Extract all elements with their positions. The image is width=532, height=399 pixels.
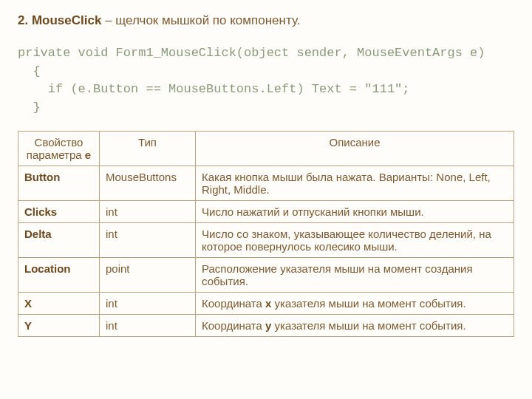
section-heading: 2. MouseClick – щелчок мышкой по компоне… — [18, 13, 514, 28]
code-line: if (e.Button == MouseButtons.Left) Text … — [18, 82, 410, 96]
code-line: } — [18, 100, 41, 115]
table-row: Location point Расположение указателя мы… — [18, 257, 514, 292]
cell-property: Button — [18, 166, 100, 200]
cell-property: Location — [18, 257, 100, 292]
cell-property: Y — [18, 314, 100, 336]
th-em: e — [85, 149, 91, 161]
cell-type: point — [100, 257, 196, 292]
table-header-row: Свойство параметра e Тип Описание — [18, 131, 514, 166]
table-row: Clicks int Число нажатий и отпусканий кн… — [18, 200, 514, 222]
cell-type: int — [100, 314, 196, 336]
heading-desc: – щелчок мышкой по компоненту. — [101, 13, 300, 27]
cell-desc: Расположение указателя мыши на момент со… — [196, 257, 514, 292]
code-line: private void Form1_MouseClick(object sen… — [18, 46, 485, 60]
code-block: private void Form1_MouseClick(object sen… — [18, 44, 514, 117]
table-row: Button MouseButtons Какая кнопка мыши бы… — [18, 166, 514, 200]
cell-type: MouseButtons — [100, 166, 196, 200]
desc-text: указателя мыши на момент события. — [271, 319, 466, 332]
desc-text: Координата — [202, 297, 265, 310]
cell-type: int — [100, 292, 196, 314]
cell-desc: Число со знаком, указывающее количество … — [196, 222, 514, 257]
properties-table: Свойство параметра e Тип Описание Button… — [18, 131, 514, 337]
code-line: { — [18, 64, 41, 78]
cell-property: Delta — [18, 222, 100, 257]
heading-name: MouseClick — [32, 13, 101, 27]
th-text: Свойство — [35, 136, 83, 149]
cell-type: int — [100, 200, 196, 222]
cell-type: int — [100, 222, 196, 257]
cell-property: X — [18, 292, 100, 314]
col-header-type: Тип — [100, 131, 196, 166]
table-row: Delta int Число со знаком, указывающее к… — [18, 222, 514, 257]
table-row: Y int Координата y указателя мыши на мом… — [18, 314, 514, 336]
cell-desc: Какая кнопка мыши была нажата. Варианты:… — [196, 166, 514, 200]
heading-number: 2. — [18, 13, 28, 27]
cell-property: Clicks — [18, 200, 100, 222]
desc-text: Координата — [202, 319, 265, 332]
cell-desc: Координата y указателя мыши на момент со… — [196, 314, 514, 336]
th-text: параметра — [27, 149, 85, 161]
table-row: X int Координата x указателя мыши на мом… — [18, 292, 514, 314]
desc-text: указателя мыши на момент события. — [271, 297, 466, 310]
cell-desc: Координата x указателя мыши на момент со… — [196, 292, 514, 314]
col-header-desc: Описание — [196, 131, 514, 166]
cell-desc: Число нажатий и отпусканий кнопки мыши. — [196, 200, 514, 222]
col-header-property: Свойство параметра e — [18, 131, 100, 166]
